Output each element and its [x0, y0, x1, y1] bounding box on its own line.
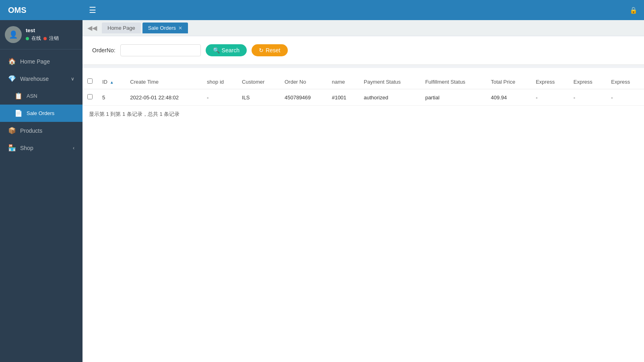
topbar-right: 🔒 [630, 6, 638, 14]
home-icon: 🏠 [8, 58, 16, 65]
reset-button-label: Reset [266, 47, 281, 53]
lock-icon[interactable]: 🔒 [630, 6, 638, 14]
row-total-price: 409.94 [486, 89, 531, 106]
tabs-bar: ◀◀ Home Page Sale Orders ✕ [83, 20, 644, 36]
back-button[interactable]: ◀◀ [87, 24, 97, 32]
row-customer: ILS [237, 89, 280, 106]
user-profile: 👤 test 在线 注销 [0, 20, 83, 49]
reset-icon: ↻ [259, 47, 264, 53]
search-button[interactable]: 🔍 Search [206, 44, 247, 56]
row-checkbox[interactable] [87, 94, 93, 99]
search-icon: 🔍 [213, 47, 220, 53]
sort-icon[interactable]: ▲ [110, 80, 114, 84]
status-online-label: 在线 [31, 35, 41, 42]
th-checkbox [83, 74, 97, 89]
sidebar-item-sale-orders[interactable]: 📄 Sale Orders [0, 105, 83, 122]
row-shop-id: - [202, 89, 237, 106]
topbar: ☰ 🔒 [83, 0, 644, 20]
sidebar-nav: 🏠 Home Page 💎 Warehouse ∨ 📋 ASN 📄 Sale O… [0, 49, 83, 362]
row-id: 5 [97, 89, 125, 106]
products-icon: 📦 [8, 127, 16, 134]
sidebar-item-label-warehouse: Warehouse [20, 76, 49, 82]
main-area: ☰ 🔒 ◀◀ Home Page Sale Orders ✕ OrderNo: … [83, 0, 644, 362]
table-header-row: ID ▲ Create Time shop id Customer Order … [83, 74, 644, 89]
table-panel: ID ▲ Create Time shop id Customer Order … [83, 68, 644, 362]
th-express1: Express [531, 74, 569, 89]
th-id: ID ▲ [97, 74, 125, 89]
table-wrapper: ID ▲ Create Time shop id Customer Order … [83, 68, 644, 106]
chevron-left-icon: ‹ [73, 145, 74, 151]
avatar: 👤 [5, 26, 22, 43]
row-express3: - [606, 89, 644, 106]
app-title: OMS [8, 6, 27, 15]
warehouse-icon: 💎 [8, 75, 16, 82]
th-name: name [327, 74, 359, 89]
logout-dot [43, 37, 47, 40]
orders-table: ID ▲ Create Time shop id Customer Order … [83, 74, 644, 106]
row-order-no: 450789469 [280, 89, 327, 106]
sidebar-item-label-shop: Shop [20, 145, 33, 151]
sidebar-item-label-home: Home Page [20, 58, 50, 65]
user-info: test 在线 注销 [26, 27, 59, 42]
row-checkbox-cell [83, 89, 97, 106]
th-payment-status: Payment Status [359, 74, 421, 89]
select-all-checkbox[interactable] [87, 78, 93, 84]
row-fulfillment-status: partial [420, 89, 486, 106]
th-shop-id: shop id [202, 74, 237, 89]
tab-label-sale-orders: Sale Orders [148, 25, 176, 31]
tab-close-icon[interactable]: ✕ [178, 25, 182, 31]
app-logo: OMS [0, 0, 83, 20]
order-no-label: OrderNo: [92, 47, 116, 53]
pagination-info: 显示第 1 到第 1 条记录，总共 1 条记录 [83, 106, 644, 123]
sidebar-item-label-sale-orders: Sale Orders [27, 110, 54, 116]
sidebar-item-warehouse[interactable]: 💎 Warehouse ∨ [0, 70, 83, 87]
asn-icon: 📋 [14, 92, 23, 100]
chevron-down-icon: ∨ [71, 76, 74, 82]
tab-sale-orders[interactable]: Sale Orders ✕ [142, 23, 188, 33]
table-row: 5 2022-05-01 22:48:02 - ILS 450789469 #1… [83, 89, 644, 106]
reset-button[interactable]: ↻ Reset [252, 44, 288, 56]
sidebar-item-label-asn: ASN [27, 93, 37, 99]
hamburger-menu-icon[interactable]: ☰ [89, 5, 96, 15]
tab-home-page[interactable]: Home Page [102, 23, 141, 33]
row-payment-status: authorized [359, 89, 421, 106]
table-body: 5 2022-05-01 22:48:02 - ILS 450789469 #1… [83, 89, 644, 106]
row-express2: - [569, 89, 607, 106]
th-create-time: Create Time [125, 74, 202, 89]
row-create-time: 2022-05-01 22:48:02 [125, 89, 202, 106]
row-express1: - [531, 89, 569, 106]
order-no-input[interactable] [120, 44, 201, 56]
search-panel: OrderNo: 🔍 Search ↻ Reset [83, 36, 644, 65]
th-express2: Express [569, 74, 607, 89]
content-area: OrderNo: 🔍 Search ↻ Reset [83, 36, 644, 362]
sidebar-item-shop[interactable]: 🏪 Shop ‹ [0, 139, 83, 156]
shop-icon: 🏪 [8, 144, 16, 152]
th-customer: Customer [237, 74, 280, 89]
sidebar-item-products[interactable]: 📦 Products [0, 122, 83, 139]
th-express3: Express [606, 74, 644, 89]
th-total-price: Total Price [486, 74, 531, 89]
sidebar: OMS 👤 test 在线 注销 🏠 Home Page 💎 Warehouse… [0, 0, 83, 362]
row-name: #1001 [327, 89, 359, 106]
sidebar-item-asn[interactable]: 📋 ASN [0, 87, 83, 105]
username: test [26, 27, 59, 33]
online-dot [26, 37, 29, 40]
sidebar-item-home[interactable]: 🏠 Home Page [0, 53, 83, 70]
search-button-label: Search [222, 47, 239, 53]
user-status: 在线 注销 [26, 35, 59, 42]
th-fulfillment-status: Fulfillment Status [420, 74, 486, 89]
sale-orders-icon: 📄 [14, 109, 23, 117]
sidebar-item-label-products: Products [20, 128, 42, 134]
status-logout-label: 注销 [49, 35, 59, 42]
th-order-no: Order No [280, 74, 327, 89]
tab-label-home-page: Home Page [107, 25, 135, 31]
